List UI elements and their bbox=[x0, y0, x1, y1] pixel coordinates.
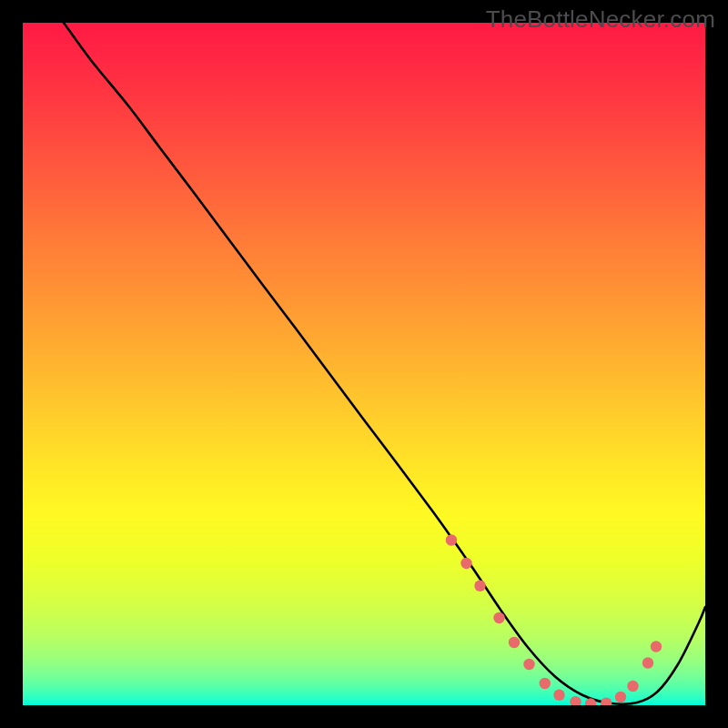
curve-marker bbox=[509, 637, 520, 648]
watermark-text: TheBottleNecker.com bbox=[486, 5, 715, 34]
curve-marker bbox=[615, 692, 626, 703]
curve-marker bbox=[601, 698, 612, 705]
curve-marker bbox=[642, 657, 653, 668]
curve-marker bbox=[553, 690, 564, 701]
curve-marker bbox=[627, 681, 638, 692]
curve-marker bbox=[570, 696, 581, 705]
curve-marker bbox=[493, 612, 504, 623]
bottleneck-curve bbox=[64, 23, 705, 704]
curve-marker bbox=[523, 659, 534, 670]
curve-marker bbox=[540, 678, 551, 689]
chart-frame: TheBottleNecker.com bbox=[0, 0, 728, 728]
curve-markers bbox=[446, 534, 662, 705]
curve-marker bbox=[651, 641, 662, 652]
curve-layer bbox=[23, 23, 705, 705]
plot-area bbox=[23, 23, 705, 705]
curve-marker bbox=[460, 558, 471, 569]
curve-marker bbox=[474, 581, 485, 592]
curve-marker bbox=[446, 534, 457, 545]
